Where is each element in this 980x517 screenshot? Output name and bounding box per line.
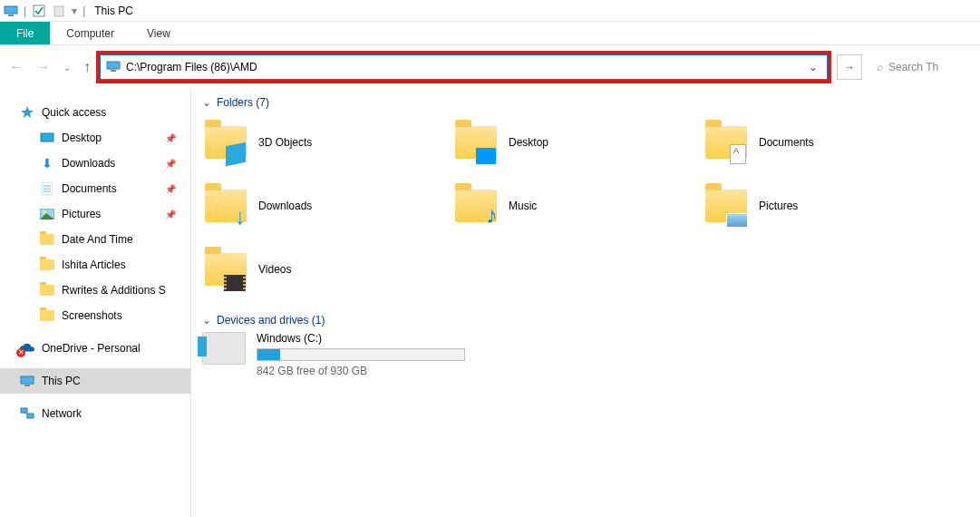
svg-rect-7 — [41, 133, 53, 141]
svg-rect-5 — [111, 70, 116, 72]
address-dropdown[interactable]: ⌄ — [805, 61, 821, 73]
quick-access[interactable]: Quick access — [0, 100, 190, 125]
address-bar[interactable]: ⌄ — [100, 54, 828, 80]
pin-icon: 📌 — [165, 184, 176, 194]
title-bar: | ▾ | This PC — [0, 0, 980, 22]
folders-group-header[interactable]: ⌄ Folders (7) — [202, 96, 969, 109]
svg-marker-6 — [21, 106, 34, 118]
network[interactable]: Network — [0, 401, 190, 426]
documents-icon — [40, 181, 54, 196]
pin-icon: 📌 — [165, 210, 176, 219]
sidebar-item-documents[interactable]: Documents 📌 — [0, 176, 190, 201]
sidebar-item-folder[interactable]: Ishita Articles — [0, 252, 190, 278]
folder-label: Pictures — [759, 200, 798, 212]
svg-point-13 — [43, 210, 46, 214]
location-icon — [106, 61, 121, 74]
folder-label: Music — [509, 200, 537, 212]
pictures-icon — [40, 207, 54, 221]
drive-usage-bar — [257, 348, 465, 361]
drive-icon — [202, 332, 246, 365]
tab-icon[interactable] — [52, 5, 66, 17]
recent-dropdown[interactable]: ⌄ — [63, 63, 71, 73]
folder-videos[interactable]: Videos — [202, 241, 447, 298]
folder-label: Videos — [258, 263, 291, 276]
up-button[interactable]: ↑ — [83, 59, 91, 75]
sidebar-item-label: Pictures — [62, 208, 101, 220]
search-box[interactable]: ⌕ Search Th — [871, 54, 971, 80]
sidebar-item-folder[interactable]: Date And Time — [0, 227, 190, 252]
sidebar-item-pictures[interactable]: Pictures 📌 — [0, 201, 190, 227]
drive-usage-fill — [257, 349, 280, 360]
folder-icon: ↓ — [204, 184, 247, 228]
sidebar-item-desktop[interactable]: Desktop 📌 — [0, 125, 190, 151]
drive-c[interactable]: Windows (C:) 842 GB free of 930 GB — [202, 332, 465, 377]
folder-label: Desktop — [509, 136, 548, 149]
folder-icon — [704, 121, 748, 164]
network-icon — [20, 406, 34, 421]
thispc-icon — [4, 5, 18, 16]
this-pc[interactable]: This PC — [0, 368, 190, 394]
ribbon-tabs: File Computer View — [0, 22, 980, 45]
forward-button[interactable]: → — [36, 59, 51, 75]
window-title: This PC — [94, 5, 133, 17]
sidebar-item-folder[interactable]: Screenshots — [0, 303, 190, 328]
content-pane: ⌄ Folders (7) 3D Objects Desktop Documen… — [190, 89, 980, 517]
folder-icon — [454, 121, 498, 164]
folders-header-label: Folders (7) — [217, 96, 269, 109]
search-placeholder: Search Th — [888, 61, 938, 73]
sidebar-item-label: Documents — [62, 182, 117, 195]
folder-music[interactable]: ♪ Music — [452, 178, 697, 234]
separator: ▾ — [72, 5, 77, 17]
sidebar-item-folder[interactable]: Rwrites & Additions S — [0, 278, 190, 303]
folder-icon — [204, 121, 247, 164]
folder-desktop[interactable]: Desktop — [452, 114, 697, 171]
drives-group-header[interactable]: ⌄ Devices and drives (1) — [202, 314, 969, 327]
drive-free-text: 842 GB free of 930 GB — [257, 365, 465, 377]
sidebar-item-label: Date And Time — [62, 233, 133, 246]
svg-rect-17 — [21, 408, 27, 413]
search-icon: ⌕ — [877, 61, 883, 73]
onedrive-icon: ✕ — [20, 341, 34, 356]
onedrive-label: OneDrive - Personal — [42, 342, 141, 355]
sidebar-item-label: Rwrites & Additions S — [62, 284, 166, 297]
folder-documents[interactable]: Documents — [703, 114, 947, 171]
drive-label: Windows (C:) — [257, 332, 465, 345]
view-tab[interactable]: View — [131, 22, 187, 44]
nav-buttons: ← → ⌄ ↑ — [9, 59, 91, 75]
properties-icon[interactable] — [32, 5, 46, 17]
pin-icon: 📌 — [165, 159, 176, 169]
nav-row: ← → ⌄ ↑ ⌄ → ⌕ Search Th — [0, 45, 980, 89]
computer-tab[interactable]: Computer — [50, 22, 131, 44]
address-input[interactable] — [126, 61, 800, 73]
desktop-icon — [40, 131, 54, 145]
separator: | — [82, 5, 85, 17]
folder-3d-objects[interactable]: 3D Objects — [202, 114, 447, 171]
folder-icon — [40, 232, 54, 247]
back-button[interactable]: ← — [9, 59, 24, 75]
folder-label: Documents — [759, 136, 814, 149]
folder-downloads[interactable]: ↓ Downloads — [202, 178, 447, 234]
sidebar-item-label: Desktop — [62, 132, 102, 144]
onedrive[interactable]: ✕ OneDrive - Personal — [0, 336, 190, 361]
drives-header-label: Devices and drives (1) — [217, 314, 325, 327]
svg-rect-1 — [8, 15, 14, 16]
folder-icon — [40, 308, 54, 323]
svg-rect-0 — [5, 6, 17, 14]
chevron-down-icon: ⌄ — [202, 314, 211, 327]
thispc-icon — [20, 374, 34, 388]
folder-label: 3D Objects — [258, 136, 312, 149]
sidebar-item-downloads[interactable]: ⬇ Downloads 📌 — [0, 151, 190, 176]
folder-pictures[interactable]: Pictures — [703, 178, 947, 234]
folder-icon — [704, 184, 748, 228]
sidebar-item-label: Downloads — [62, 157, 115, 170]
go-button[interactable]: → — [837, 54, 862, 80]
star-icon — [20, 105, 34, 120]
sidebar-item-label: Ishita Articles — [62, 258, 126, 271]
file-menu[interactable]: File — [0, 22, 50, 44]
folder-icon — [40, 283, 54, 298]
network-label: Network — [42, 407, 82, 420]
folder-icon — [40, 258, 54, 272]
separator: | — [24, 5, 26, 17]
sidebar-item-label: Screenshots — [62, 309, 122, 322]
downloads-icon: ⬇ — [40, 156, 54, 171]
